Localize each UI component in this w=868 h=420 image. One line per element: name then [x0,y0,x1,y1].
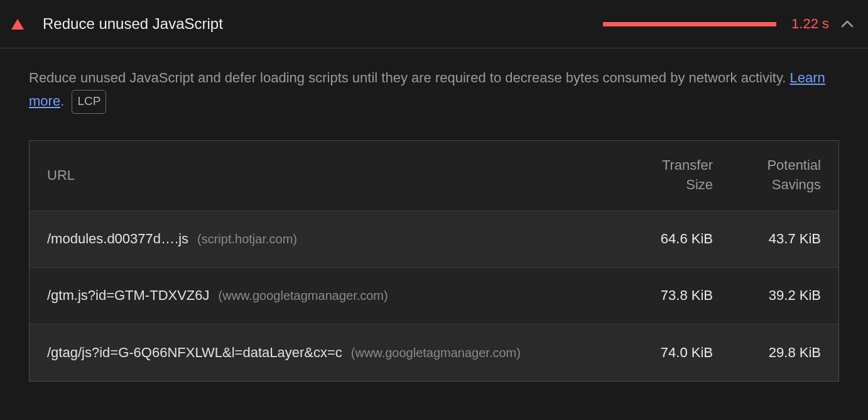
table-header-row: URL Transfer Size Potential Savings [30,141,838,211]
resource-table: URL Transfer Size Potential Savings /mod… [29,140,839,382]
potential-savings: 43.7 KiB [713,231,821,247]
audit-title: Reduce unused JavaScript [43,15,603,33]
chevron-up-icon[interactable] [840,17,854,31]
column-header-size: Transfer Size [605,156,713,195]
potential-savings: 29.8 KiB [713,345,821,361]
resource-path[interactable]: /modules.d00377d….js [47,231,188,247]
lcp-badge: LCP [72,90,106,113]
resource-path[interactable]: /gtm.js?id=GTM-TDXVZ6J [47,287,210,304]
description-text: Reduce unused JavaScript and defer loadi… [29,70,789,86]
transfer-size: 73.8 KiB [605,287,713,304]
resource-host: (script.hotjar.com) [197,232,297,246]
audit-header[interactable]: Reduce unused JavaScript 1.22 s [0,0,868,48]
table-row: /gtm.js?id=GTM-TDXVZ6J (www.googletagman… [30,268,838,324]
transfer-size: 74.0 KiB [605,345,713,361]
resource-host: (www.googletagmanager.com) [219,289,388,303]
potential-savings: 39.2 KiB [713,287,821,304]
table-row: /gtag/js?id=G-6Q66NFXLWL&l=dataLayer&cx=… [30,324,838,381]
timing-bar [603,22,776,26]
description-post: . [60,93,64,109]
transfer-size: 64.6 KiB [605,231,713,247]
audit-body: Reduce unused JavaScript and defer loadi… [0,48,868,382]
column-header-url: URL [47,166,605,185]
audit-description: Reduce unused JavaScript and defer loadi… [29,66,839,114]
resource-path[interactable]: /gtag/js?id=G-6Q66NFXLWL&l=dataLayer&cx=… [47,345,342,361]
column-header-savings: Potential Savings [713,156,821,195]
audit-panel: Reduce unused JavaScript 1.22 s Reduce u… [0,0,868,382]
warning-triangle-icon [11,19,24,30]
resource-host: (www.googletagmanager.com) [351,346,521,360]
timing-value: 1.22 s [791,16,829,32]
table-row: /modules.d00377d….js (script.hotjar.com)… [30,211,838,268]
